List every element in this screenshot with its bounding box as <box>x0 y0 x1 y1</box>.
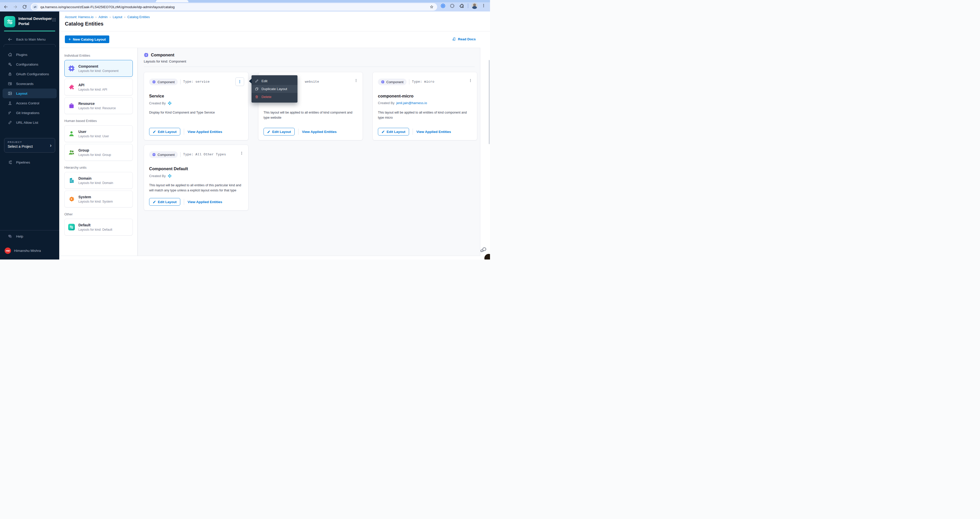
group-icon <box>68 149 75 156</box>
entity-kind-label: Layouts for kind: User <box>78 135 109 138</box>
menu-item-edit[interactable]: Edit <box>251 77 298 85</box>
sidebar-item-pipelines[interactable]: Pipelines <box>0 157 59 167</box>
sidebar-item-url-allow-list[interactable]: URL Allow List <box>0 117 59 127</box>
project-selector[interactable]: PROJECT Select a Project <box>4 138 55 152</box>
kind-heading: Component <box>151 52 174 57</box>
entity-card-default[interactable]: Default Layouts for kind: Default <box>64 219 133 235</box>
card-menu-kebab-icon[interactable] <box>354 78 358 83</box>
url-text[interactable]: qa.harness.io/ng/account/zEaak-FLS425IEO… <box>40 5 429 9</box>
user-profile[interactable]: HM Himanshu Mishra <box>5 248 41 254</box>
edit-layout-button[interactable]: Edit Layout <box>149 198 180 206</box>
sidebar-item-git-integrations[interactable]: Git Integrations <box>0 108 59 117</box>
created-by-email-link[interactable]: jenil.jain@harness.io <box>396 101 427 105</box>
card-context-menu: Edit Duplicate Layout Delete <box>251 75 298 103</box>
pencil-icon <box>255 79 259 83</box>
user-avatar: HM <box>5 248 11 254</box>
view-applied-entities-link[interactable]: View Applied Entities <box>302 130 337 134</box>
browser-menu-kebab-icon[interactable] <box>481 3 486 8</box>
scorecard-icon <box>8 81 12 86</box>
widget-corner <box>484 254 490 259</box>
sidebar-item-layout[interactable]: Layout <box>3 89 57 98</box>
browser-tab[interactable] <box>119 0 156 2</box>
entity-card-resource[interactable]: Resource Layouts for kind: Resource <box>64 97 133 114</box>
section-divider <box>144 67 475 67</box>
layout-title: component-micro <box>378 94 414 98</box>
entity-kind-label: Layouts for kind: API <box>78 88 107 91</box>
git-fork-icon <box>8 111 12 115</box>
sidebar: Internal Developer Portal Back to Main M… <box>0 11 59 259</box>
breadcrumb-account[interactable]: Account: Harness.io <box>65 15 94 19</box>
idp-logo <box>4 16 15 27</box>
view-applied-entities-link[interactable]: View Applied Entities <box>188 130 223 134</box>
url-bar[interactable]: qa.harness.io/ng/account/zEaak-FLS425IEO… <box>31 3 437 11</box>
entity-card-group[interactable]: Group Layouts for kind: Group <box>64 144 133 161</box>
scrollbar[interactable] <box>489 60 490 144</box>
card-menu-kebab-icon[interactable] <box>240 151 243 156</box>
card-menu-kebab-icon[interactable] <box>469 78 473 83</box>
sidebar-item-oauth-configurations[interactable]: OAuth Configurations <box>0 69 59 79</box>
view-applied-entities-link[interactable]: View Applied Entities <box>188 200 223 204</box>
product-title: Internal Developer Portal <box>18 16 52 26</box>
content-panel: Individual Entities Component Layouts fo… <box>59 48 480 256</box>
extensions-puzzle-icon[interactable] <box>459 3 464 8</box>
back-to-main-menu[interactable]: Back to Main Menu <box>8 37 46 42</box>
entity-card-domain[interactable]: Domain Layouts for kind: Domain <box>64 172 133 189</box>
sidebar-item-configurations[interactable]: Configurations <box>0 59 59 69</box>
read-docs-link[interactable]: Read Docs <box>452 37 476 41</box>
entity-card-user[interactable]: User Layouts for kind: User <box>64 125 133 142</box>
extension-spinner-icon[interactable] <box>450 3 455 8</box>
section-label: Human based Entities <box>64 119 133 123</box>
breadcrumb-catalog-entities[interactable]: Catalog Entities <box>127 15 150 19</box>
entity-name: Domain <box>78 176 113 180</box>
breadcrumb-layout[interactable]: Layout <box>113 15 122 19</box>
chip-icon <box>68 65 75 72</box>
entity-name: Default <box>78 223 112 227</box>
header-divider <box>59 31 490 32</box>
user-icon <box>68 130 75 137</box>
card-menu-kebab-icon[interactable] <box>235 77 244 86</box>
module-grid-icon[interactable] <box>52 17 56 22</box>
password-manager-icon[interactable] <box>441 3 445 8</box>
edit-layout-button[interactable]: Edit Layout <box>149 128 180 135</box>
sidebar-item-help[interactable]: ? Help <box>0 232 59 241</box>
entity-name: User <box>78 130 109 134</box>
bookmark-star-icon[interactable] <box>429 5 434 10</box>
sidebar-bottom-divider <box>0 230 59 230</box>
reload-icon[interactable] <box>22 4 27 10</box>
layout-title: Service <box>149 94 164 98</box>
menu-item-delete[interactable]: Delete <box>251 93 298 101</box>
browser-profile-avatar[interactable] <box>471 3 478 9</box>
breadcrumb-admin[interactable]: Admin <box>99 15 108 19</box>
chip-icon <box>152 153 156 156</box>
entity-card-system[interactable]: System Layouts for kind: System <box>64 190 133 208</box>
section-label: Hierarchy units <box>64 166 133 170</box>
back-icon[interactable] <box>3 4 8 10</box>
chat-support-icon[interactable] <box>480 246 487 253</box>
arrow-left-icon <box>8 37 13 42</box>
sidebar-item-scorecards[interactable]: Scorecards <box>0 79 59 89</box>
section-label: Individual Entities <box>64 54 133 57</box>
edit-layout-button[interactable]: Edit Layout <box>264 128 295 135</box>
forward-icon[interactable] <box>13 4 18 10</box>
entity-name: System <box>78 195 113 199</box>
entity-kind-label: Layouts for kind: Default <box>78 228 112 232</box>
entity-card-component[interactable]: Component Layouts for kind: Component <box>64 60 133 77</box>
entity-card-api[interactable]: API Layouts for kind: API <box>64 79 133 95</box>
layout-title: Component Default <box>149 167 188 171</box>
chip-icon <box>144 52 149 57</box>
puzzle-icon <box>68 84 75 90</box>
site-settings-icon[interactable] <box>32 4 38 10</box>
sidebar-item-plugins[interactable]: Plugins <box>0 50 59 59</box>
pencil-icon <box>153 130 156 133</box>
layout-description: This layout will be applied to all entit… <box>378 110 473 120</box>
link-icon <box>8 120 12 125</box>
menu-item-duplicate-layout[interactable]: Duplicate Layout <box>251 85 298 93</box>
edit-layout-button[interactable]: Edit Layout <box>378 128 409 135</box>
browser-active-tab[interactable] <box>156 0 188 2</box>
meta-divider <box>409 79 409 84</box>
view-applied-entities-link[interactable]: View Applied Entities <box>417 130 451 134</box>
entity-name: Resource <box>78 102 116 106</box>
new-catalog-layout-button[interactable]: + New Catalog Layout <box>65 35 109 43</box>
sidebar-item-access-control[interactable]: Access Control <box>0 98 59 108</box>
layout-icon <box>8 91 12 96</box>
